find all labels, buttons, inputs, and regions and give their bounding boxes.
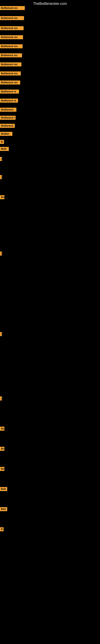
bottleneck-item[interactable]: Bottleneck res [0,80,20,84]
bottleneck-item[interactable]: Bottleneck res [0,35,23,39]
bottleneck-item[interactable]: Bottleneck res [0,16,24,20]
bottleneck-item[interactable]: Bottleneck [0,108,16,112]
bottleneck-item[interactable]: Bottleneck res [0,44,23,48]
bottleneck-item[interactable]: Bottleneck res [0,53,22,57]
bottleneck-item[interactable]: Bott [0,507,7,511]
bottleneck-item[interactable]: Bottleneck res [0,26,24,30]
bottleneck-item[interactable]: | [0,396,2,400]
bottleneck-item[interactable]: Bottleneck res [0,72,21,76]
bottleneck-item[interactable]: B [0,140,4,144]
bottleneck-item[interactable]: Bo [0,427,4,431]
bottleneck-item[interactable]: Bottl [0,147,9,151]
bottleneck-item[interactable]: Bottleneck re [0,98,18,103]
bottleneck-item[interactable]: | [0,332,2,336]
bottleneck-item[interactable]: Bo [0,195,4,199]
bottleneck-item[interactable]: | [0,157,2,161]
bottleneck-item[interactable]: Bott [0,487,7,491]
bottleneck-item[interactable]: Bottleneck res [0,6,25,10]
bottleneck-item[interactable]: | [0,175,2,179]
bottleneck-item[interactable]: Bo [0,467,4,471]
bottleneck-item[interactable]: Bottleneck [0,124,15,128]
bottleneck-item[interactable]: Bottleneck res [0,62,21,66]
bottleneck-item[interactable]: Bottlen [0,132,12,136]
bottleneck-item[interactable]: Bo [0,447,4,451]
bottleneck-item[interactable]: Bottleneck re [0,90,19,94]
bottleneck-item[interactable]: Bottleneck r [0,116,16,120]
bottleneck-item[interactable]: | [0,252,2,256]
bottleneck-item[interactable]: B [0,527,3,531]
